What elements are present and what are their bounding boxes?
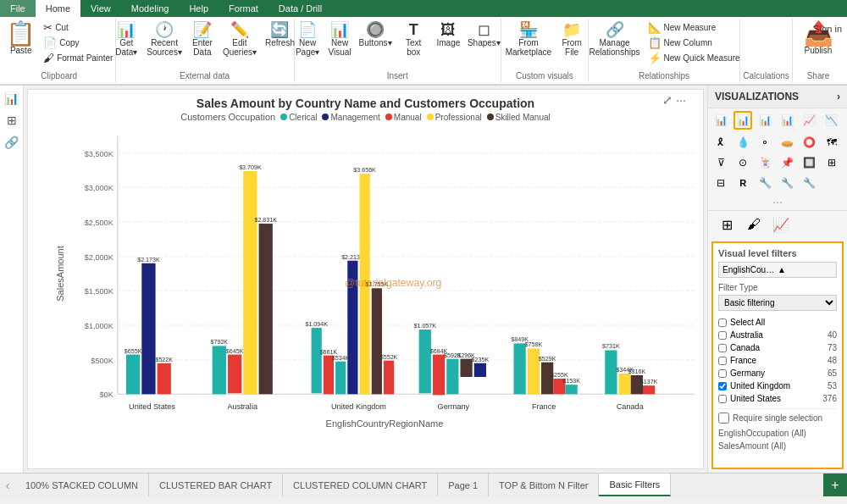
viz-stacked-col[interactable]: 📊	[778, 111, 796, 130]
edit-queries-button[interactable]: ✏️ EditQueries▾	[219, 20, 260, 58]
filter-field-chevron[interactable]: ▲	[778, 265, 833, 274]
copy-button[interactable]: 📄 Copy	[41, 36, 115, 50]
tab-page1[interactable]: Page 1	[438, 474, 489, 496]
viz-waterfall[interactable]: 💧	[734, 133, 752, 152]
bar-de-sub1	[446, 359, 458, 395]
viz-gauge[interactable]: ⊙	[734, 153, 752, 172]
new-page-button[interactable]: 📄 NewPage▾	[292, 20, 323, 58]
tab-scroll-left[interactable]: ‹	[0, 474, 15, 496]
viz-card[interactable]: 🃏	[756, 153, 774, 172]
get-data-button[interactable]: 📊 GetData▾	[111, 20, 141, 58]
analytics-tool[interactable]: 📈	[769, 214, 793, 235]
viz-stacked-bar[interactable]: 📊	[711, 111, 730, 130]
viz-scatter[interactable]: ⚬	[756, 133, 774, 152]
nav-data[interactable]: ⊞	[3, 111, 21, 130]
viz-more-dots[interactable]: ···	[708, 193, 847, 210]
filter-check-us[interactable]	[718, 395, 727, 403]
tab-file[interactable]: File	[0, 0, 36, 17]
new-quick-measure-button[interactable]: ⚡ New Quick Measure	[645, 51, 743, 65]
tab-help[interactable]: Help	[179, 0, 219, 17]
tab-home[interactable]: Home	[36, 0, 80, 17]
tab-data-drill[interactable]: Data / Drill	[268, 0, 332, 17]
viz-table[interactable]: ⊞	[822, 153, 841, 172]
filter-check-germany[interactable]	[718, 369, 727, 378]
custom-visuals-items: 🏪 FromMarketplace 📁 FromFile	[502, 20, 587, 69]
text-box-button[interactable]: T Text box	[396, 20, 431, 58]
viz-slicer[interactable]: 🔲	[800, 153, 819, 172]
filter-field-button[interactable]: EnglishCountryRegionNa... ▲	[718, 262, 837, 278]
svg-text:$534K: $534K	[332, 355, 350, 362]
svg-text:$235K: $235K	[472, 357, 490, 363]
viz-pie[interactable]: 🥧	[778, 133, 796, 152]
get-data-icon: 📊	[117, 22, 136, 37]
viz-clustered-bar[interactable]: 📊	[734, 111, 752, 130]
nav-report[interactable]: 📊	[3, 89, 21, 108]
viz-kpi[interactable]: 📌	[778, 153, 796, 172]
legend-skilled-manual: Skilled Manual	[487, 113, 551, 122]
signin-button[interactable]: Sign in	[813, 24, 842, 34]
filter-check-uk[interactable]	[718, 382, 727, 390]
filter-check-france[interactable]	[718, 357, 727, 365]
shapes-button[interactable]: ◻ Shapes▾	[465, 20, 502, 49]
viz-donut[interactable]: ⭕	[800, 133, 819, 152]
marketplace-label: FromMarketplace	[506, 38, 551, 57]
maximize-button[interactable]: ⤢ ···	[662, 93, 686, 107]
viz-custom2[interactable]: 🔧	[778, 174, 796, 192]
viz-r[interactable]: R	[734, 174, 752, 192]
viz-custom1[interactable]: 🔧	[756, 174, 774, 192]
viz-line[interactable]: 📈	[800, 111, 819, 130]
manage-relationships-button[interactable]: 🔗 ManageRelationships	[585, 20, 643, 58]
bar-uk-sub2	[384, 361, 394, 395]
require-single-check[interactable]	[718, 413, 729, 424]
enter-data-button[interactable]: 📝 EnterData	[187, 20, 218, 58]
tab-100-stacked-column[interactable]: 100% STACKED COLUMN	[15, 474, 149, 496]
tab-format[interactable]: Format	[219, 0, 268, 17]
viz-area[interactable]: 📉	[822, 111, 841, 130]
filter-check-canada[interactable]	[718, 344, 727, 352]
svg-text:$2.831K: $2.831K	[254, 217, 277, 224]
buttons-button[interactable]: 🔘 Buttons▾	[357, 20, 394, 49]
fields-tool[interactable]: ⊞	[715, 214, 739, 235]
viz-matrix[interactable]: ⊟	[711, 174, 730, 192]
nav-model[interactable]: 🔗	[3, 133, 21, 152]
paste-label: Paste	[10, 46, 32, 55]
from-file-button[interactable]: 📁 FromFile	[556, 20, 587, 58]
new-measure-button[interactable]: 📐 New Measure	[645, 20, 743, 35]
bar-us-management	[141, 263, 155, 395]
expand-icon[interactable]: ›	[837, 91, 840, 102]
bar-de-clerical	[419, 330, 431, 393]
viz-ribbon[interactable]: 🎗	[711, 133, 730, 152]
cut-button[interactable]: ✂ Cut	[41, 20, 115, 35]
new-column-button[interactable]: 📋 New Column	[645, 36, 743, 50]
viz-map[interactable]: 🗺	[822, 133, 841, 152]
filter-type-select[interactable]: Basic filtering Advanced filtering	[718, 295, 837, 311]
viz-bar2[interactable]: 📊	[756, 111, 774, 130]
tab-modeling[interactable]: Modeling	[121, 0, 180, 17]
tab-add-button[interactable]: +	[823, 474, 847, 496]
filter-item-all: Select All	[718, 316, 837, 329]
tab-basic-filters[interactable]: Basic Filters	[599, 474, 671, 496]
recent-sources-button[interactable]: 🕐 RecentSources▾	[143, 20, 185, 58]
svg-text:$137K: $137K	[640, 379, 658, 385]
legend-clerical: Clerical	[280, 113, 317, 122]
bar-de-manual	[433, 355, 445, 396]
custom-visuals-group: 🏪 FromMarketplace 📁 FromFile Custom visu…	[501, 19, 589, 82]
format-tool[interactable]: 🖌	[742, 214, 766, 235]
new-visual-button[interactable]: 📊 NewVisual	[324, 20, 355, 58]
paste-button[interactable]: 📋 Paste	[3, 20, 39, 57]
filter-check-australia[interactable]	[718, 331, 727, 340]
svg-text:$731K: $731K	[602, 343, 620, 350]
from-file-icon: 📁	[562, 22, 581, 37]
tab-clustered-column-chart[interactable]: CLUSTERED COLUMN CHART	[283, 474, 438, 496]
insert-group: 📄 NewPage▾ 📊 NewVisual 🔘 Buttons▾ T Text…	[295, 19, 501, 82]
viz-custom3[interactable]: 🔧	[800, 174, 819, 192]
bar-au-manual	[228, 355, 241, 394]
image-button[interactable]: 🖼 Image	[433, 20, 463, 49]
from-marketplace-button[interactable]: 🏪 FromMarketplace	[502, 20, 555, 58]
tab-view[interactable]: View	[80, 0, 121, 17]
viz-funnel[interactable]: ⊽	[711, 153, 730, 172]
tab-clustered-bar-chart[interactable]: CLUSTERED BAR CHART	[149, 474, 283, 496]
filter-check-all[interactable]	[718, 318, 727, 327]
tab-top-bottom-filter[interactable]: TOP & Bittom N Filter	[489, 474, 599, 496]
format-painter-button[interactable]: 🖌 Format Painter	[41, 51, 115, 65]
